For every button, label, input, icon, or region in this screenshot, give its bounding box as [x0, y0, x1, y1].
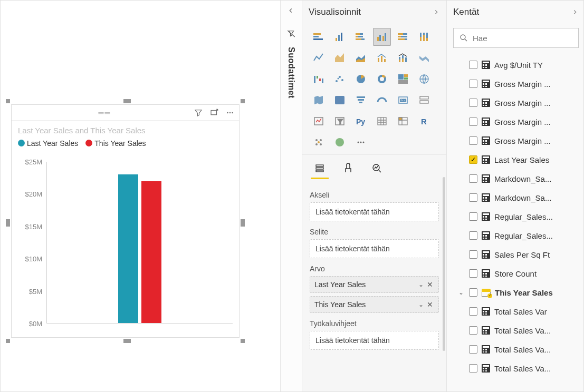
viz-python-icon[interactable]: Py	[352, 112, 370, 130]
viz-funnel-icon[interactable]	[352, 91, 370, 109]
chevron-down-icon[interactable]: ⌄	[416, 281, 426, 288]
search-input[interactable]	[473, 34, 573, 43]
focus-mode-icon[interactable]	[209, 108, 219, 117]
viz-100-stacked-bar-icon[interactable]	[394, 28, 412, 46]
filter-icon[interactable]	[194, 108, 203, 117]
collapse-pane-icon[interactable]	[433, 8, 440, 16]
field-row[interactable]: Avg $/Unit TY	[447, 55, 584, 74]
viz-stacked-area-icon[interactable]	[352, 49, 370, 67]
viz-ribbon-icon[interactable]	[415, 49, 433, 67]
report-canvas[interactable]: ══ Last Year Sales and This Year Sales L…	[1, 1, 280, 391]
collapse-pane-icon[interactable]	[571, 8, 579, 16]
field-row[interactable]: Sales Per Sq Ft	[447, 245, 584, 264]
field-checkbox[interactable]: ✓	[469, 155, 477, 164]
remove-icon[interactable]: ✕	[426, 280, 434, 289]
field-checkbox[interactable]	[469, 212, 477, 221]
field-row[interactable]: Markdown_Sa...	[447, 169, 584, 188]
resize-handle[interactable]	[6, 99, 10, 103]
well-legend-dropzone[interactable]: Lisää tietokentät tähän	[310, 239, 439, 258]
viz-gauge-icon[interactable]	[373, 91, 391, 109]
resize-handle[interactable]	[123, 99, 131, 103]
viz-stacked-bar-icon[interactable]	[310, 28, 328, 46]
field-checkbox[interactable]	[469, 80, 477, 88]
field-row[interactable]: ✓Last Year Sales	[447, 150, 584, 169]
field-row[interactable]: ⌄✓This Year Sales	[447, 283, 584, 302]
field-checkbox[interactable]	[469, 364, 477, 373]
field-row[interactable]: Total Sales Va...	[447, 340, 584, 359]
field-row[interactable]: Total Sales Var	[447, 302, 584, 321]
chart-visual[interactable]: ══ Last Year Sales and This Year Sales L…	[11, 104, 240, 338]
resize-handle[interactable]	[6, 339, 10, 343]
viz-filled-map-icon[interactable]	[310, 91, 328, 109]
bar[interactable]	[118, 174, 138, 323]
viz-table-icon[interactable]	[373, 112, 391, 130]
field-row[interactable]: Regular_Sales...	[447, 207, 584, 226]
field-checkbox[interactable]	[469, 307, 477, 316]
viz-map-icon[interactable]	[415, 70, 433, 88]
well-axis-dropzone[interactable]: Lisää tietokentät tähän	[310, 202, 439, 221]
viz-area-icon[interactable]	[331, 49, 349, 67]
field-row[interactable]: Regular_Sales...	[447, 226, 584, 245]
field-row[interactable]: Gross Margin ...	[447, 131, 584, 150]
field-row[interactable]: Total Sales Va...	[447, 321, 584, 340]
viz-more-icon[interactable]	[352, 133, 370, 151]
field-row[interactable]: Gross Margin ...	[447, 112, 584, 131]
field-row[interactable]: Store Count	[447, 264, 584, 283]
visual-selection-frame[interactable]: ══ Last Year Sales and This Year Sales L…	[8, 101, 243, 341]
viz-stacked-bar-h-icon[interactable]	[352, 28, 370, 46]
field-checkbox[interactable]	[469, 174, 477, 183]
fields-tab[interactable]	[312, 160, 328, 176]
analytics-tab[interactable]	[369, 160, 385, 176]
field-checkbox[interactable]	[469, 269, 477, 278]
viz-line-icon[interactable]	[310, 49, 328, 67]
resize-handle[interactable]	[241, 219, 245, 227]
value-pill[interactable]: Last Year Sales ⌄ ✕	[310, 276, 439, 293]
viz-waterfall-icon[interactable]	[310, 70, 328, 88]
field-checkbox[interactable]	[469, 231, 477, 240]
field-row[interactable]: Gross Margin ...	[447, 93, 584, 112]
resize-handle[interactable]	[6, 219, 10, 227]
field-checkbox[interactable]	[469, 345, 477, 354]
field-checkbox[interactable]	[469, 99, 477, 107]
resize-handle[interactable]	[241, 339, 245, 343]
viz-pie-icon[interactable]	[352, 70, 370, 88]
value-pill[interactable]: This Year Sales ⌄ ✕	[310, 296, 439, 313]
viz-key-influencers-icon[interactable]	[310, 133, 328, 151]
well-tooltip-dropzone[interactable]: Lisää tietokentät tähän	[310, 331, 439, 350]
viz-card-icon[interactable]: 123	[394, 91, 412, 109]
field-row[interactable]: Total Sales Va...	[447, 359, 584, 378]
viz-combo-stacked-icon[interactable]	[394, 49, 412, 67]
remove-icon[interactable]: ✕	[426, 300, 434, 309]
viz-slicer-icon[interactable]	[331, 112, 349, 130]
field-row[interactable]: Markdown_Sa...	[447, 188, 584, 207]
field-checkbox[interactable]	[469, 288, 477, 297]
bar[interactable]	[141, 181, 161, 323]
chevron-down-icon[interactable]: ⌄	[416, 301, 426, 308]
field-checkbox[interactable]	[469, 61, 477, 69]
expand-caret-icon[interactable]: ⌄	[457, 289, 465, 296]
drag-grip-icon[interactable]: ══	[16, 109, 194, 117]
viz-arcgis-icon[interactable]	[331, 133, 349, 151]
viz-clustered-column-icon[interactable]	[373, 28, 391, 46]
search-box[interactable]	[453, 28, 579, 48]
field-checkbox[interactable]	[469, 136, 477, 145]
resize-handle[interactable]	[123, 339, 131, 343]
viz-multi-card-icon[interactable]	[415, 91, 433, 109]
more-options-icon[interactable]	[225, 108, 235, 117]
resize-handle[interactable]	[241, 99, 245, 103]
scrollbar-thumb[interactable]	[443, 177, 445, 351]
field-checkbox[interactable]	[469, 193, 477, 202]
expand-pane-icon[interactable]	[287, 7, 294, 14]
viz-matrix-icon[interactable]	[394, 112, 412, 130]
viz-shape-map-icon[interactable]	[331, 91, 349, 109]
viz-clustered-bar-icon[interactable]	[331, 28, 349, 46]
viz-kpi-icon[interactable]	[310, 112, 328, 130]
viz-combo-icon[interactable]	[373, 49, 391, 67]
filters-pane-collapsed[interactable]: Suodattimet	[280, 1, 302, 391]
field-checkbox[interactable]	[469, 250, 477, 259]
field-row[interactable]: Gross Margin ...	[447, 74, 584, 93]
field-checkbox[interactable]	[469, 117, 477, 126]
format-tab[interactable]	[340, 160, 356, 176]
viz-treemap-icon[interactable]	[394, 70, 412, 88]
viz-r-icon[interactable]: R	[415, 112, 433, 130]
